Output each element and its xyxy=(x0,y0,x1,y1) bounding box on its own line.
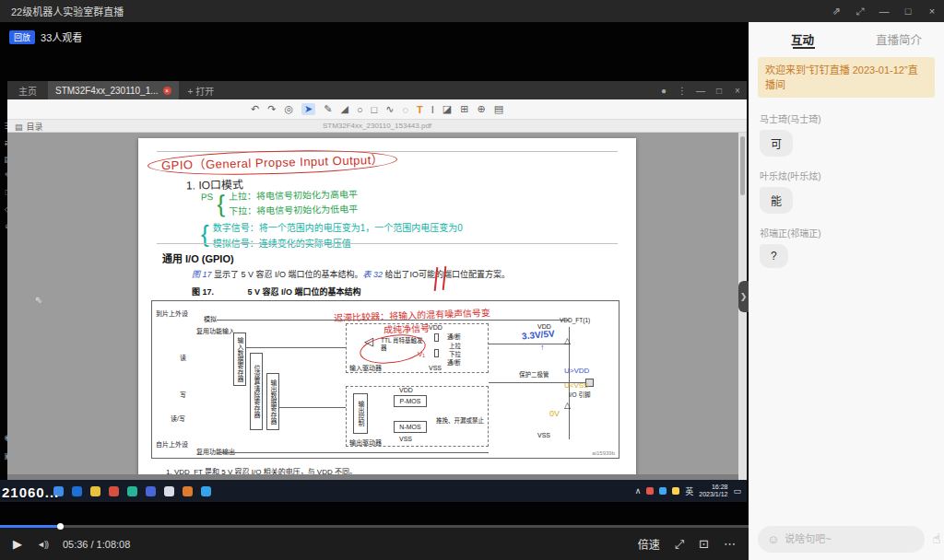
message-bubble: 能 xyxy=(760,187,793,214)
sender-name: 叶乐炫(叶乐炫) xyxy=(760,169,933,182)
blue-ink-note: U>VDD xyxy=(564,367,589,375)
tray-icon xyxy=(646,487,654,495)
pdf-tab-home: 主页 xyxy=(7,84,48,98)
diagram-label: 通/断 xyxy=(447,357,461,367)
diagram-label: 复用功能输出 xyxy=(196,447,235,456)
more-options-icon[interactable]: ⋯ xyxy=(724,537,736,551)
diagram-label: 推挽、开漏或禁止 xyxy=(436,417,486,425)
fullscreen-player-icon[interactable]: ⤢ xyxy=(675,537,684,552)
chat-message: 叶乐炫(叶乐炫) 能 xyxy=(760,169,933,214)
table-reference-link: 表 32 xyxy=(363,270,384,279)
green-prefix: PS xyxy=(201,190,214,219)
play-icon[interactable]: ▶ xyxy=(13,537,22,551)
emoji-icon[interactable]: ☺ xyxy=(767,532,779,546)
pmos-block: P-MOS xyxy=(394,395,427,407)
close-icon[interactable]: × xyxy=(920,6,944,17)
blue-arrow-mark: ↑ xyxy=(540,343,545,352)
active-tab-underline xyxy=(793,47,815,49)
pdf-tab-document: STM32F4xx_230110_1... × xyxy=(48,81,179,99)
figure-title: 5 V 容忍 I/O 端口位的基本结构 xyxy=(248,287,361,297)
grid-tool-icon: ⊞ xyxy=(460,103,468,115)
pdf-window-controls: ● ⋮ — □ × xyxy=(655,86,747,96)
section-rule xyxy=(157,243,618,244)
tab-interaction[interactable]: 互动 xyxy=(791,30,814,48)
scrollbar-thumb xyxy=(740,136,745,195)
highlighter-icon: ◢ xyxy=(340,103,348,115)
shared-taskbar: ∧ 英 16:28 2023/1/12 ▭ xyxy=(0,480,747,502)
taskbar-app-icon xyxy=(109,486,119,496)
input-language-indicator: 英 xyxy=(685,485,693,497)
pages-tool-icon: ▤ xyxy=(494,103,503,115)
window-title: 22级机器人实验室群直播 xyxy=(11,4,124,18)
green-line-2: 下拉：将电信号初始化为低电平 xyxy=(229,203,358,219)
wire-line xyxy=(489,344,569,344)
player-controls-row: ▶ ◄)) 05:36 / 1:08:08 倍速 ⤢ ⊡ ⋯ xyxy=(0,528,749,560)
diagram-label: VSS xyxy=(429,365,442,371)
like-icon[interactable]: ☝ xyxy=(932,531,940,547)
section-title: 通用 I/O (GPIO) xyxy=(162,251,234,265)
taskbar-app-icon xyxy=(146,486,156,496)
pdf-annotation-toolbar: ↶ ↷ ◎ ➤ ✎ ◢ ○ □ ∿ ◌ T I ◪ ⊞ ⊕ ▤ xyxy=(7,99,747,120)
volume-icon[interactable]: ◄)) xyxy=(37,540,48,549)
taskbar-app-icon xyxy=(72,486,82,496)
video-surface[interactable]: 回放 33人观看 ☰ ⇄ ▤ ✎ □ ◇ ⌀ ◉ ▣ 主页 xyxy=(0,22,749,525)
maximize-icon[interactable]: □ xyxy=(896,6,920,17)
diagram-label: 读 xyxy=(180,353,186,362)
shared-screen: ☰ ⇄ ▤ ✎ □ ◇ ⌀ ◉ ▣ 主页 STM32F4xx_230110_1.… xyxy=(0,81,747,502)
rect-tool-icon: □ xyxy=(372,104,378,115)
cyan-line-1: 数字信号：将一个范围内的电压变为1，一个范围内电压变为0 xyxy=(213,220,463,236)
replay-badge: 回放 xyxy=(9,30,35,44)
handwritten-green-note: PS { 上拉：将电信号初始化为高电平 下拉：将电信号初始化为低电平 xyxy=(201,188,359,220)
taskbar-date: 2023/1/12 xyxy=(699,491,727,498)
chat-input-pill[interactable]: ☺ xyxy=(758,526,925,553)
diagram-label: 输出驱动器 xyxy=(349,438,382,447)
lens-icon: ◎ xyxy=(284,103,293,115)
share-icon[interactable]: ⇗ xyxy=(824,6,848,18)
paragraph-text: 给出了IO可能的端口位配置方案。 xyxy=(383,270,510,279)
tray-icon xyxy=(659,487,667,495)
cursor-tool-icon: ➤ xyxy=(301,103,315,115)
chat-message-list: 马士琦(马士琦) 可 叶乐炫(叶乐炫) 能 祁瑞正(祁瑞正) ? xyxy=(749,98,944,518)
pdf-open-button: + 打开 xyxy=(179,84,224,98)
message-bubble: ? xyxy=(760,244,788,268)
chat-input-row: ☺ ☝ xyxy=(749,518,944,560)
pdf-tab-bar: 主页 STM32F4xx_230110_1... × + 打开 ● ⋮ — □ … xyxy=(7,81,747,99)
speed-button[interactable]: 倍速 xyxy=(638,536,660,552)
diagram-label: 保护二极管 xyxy=(519,369,549,379)
tab-live-intro[interactable]: 直播简介 xyxy=(876,30,922,48)
chat-tabs: 互动 直播简介 xyxy=(749,22,944,53)
sender-name: 马士琦(马士琦) xyxy=(760,111,933,125)
pdf-tab-label: STM32F4xx_230110_1... xyxy=(55,86,159,96)
diagram-label: VSS xyxy=(399,436,412,442)
wire-line xyxy=(245,347,346,348)
bit-set-reset-register: 位设置/清除寄存器 xyxy=(250,353,263,430)
taskbar-app-icon xyxy=(127,486,137,496)
menu-icon: ⋮ xyxy=(673,86,691,96)
pdf-page: GPIO（General Propse Input Output） 1. IO口… xyxy=(138,138,636,480)
input-data-register: 输入数据寄存器 xyxy=(233,332,246,386)
notification-icon: ▭ xyxy=(733,486,741,496)
pip-icon[interactable]: ⊡ xyxy=(699,537,709,551)
diagram-label: 自片上外设 xyxy=(156,439,188,449)
chat-input[interactable] xyxy=(785,533,915,544)
fullscreen-icon[interactable]: ⤢ xyxy=(848,6,872,18)
cyan-lines: 数字信号：将一个范围内的电压变为1，一个范围内电压变为0 模拟信号：连续变化的实… xyxy=(213,220,463,251)
taskbar-app-icon xyxy=(183,486,193,496)
wire-line xyxy=(279,407,346,408)
document-filename: STM32F4xx_230110_153443.pdf xyxy=(7,122,747,130)
minimize-icon[interactable]: — xyxy=(872,6,896,17)
panel-collapse-tab: ❯ xyxy=(738,281,749,312)
taskbar-app-icon xyxy=(164,486,174,496)
green-lines: 上拉：将电信号初始化为高电平 下拉：将电信号初始化为低电平 xyxy=(229,188,359,219)
figure-label: 图 17. xyxy=(192,287,214,297)
diagram-label: VDD_FT(1) xyxy=(560,317,590,323)
ellipse-tool-icon: ○ xyxy=(357,104,363,115)
chevron-right-icon: ❯ xyxy=(740,292,748,301)
nmos-block: N-MOS xyxy=(394,421,427,433)
chat-message: 祁瑞正(祁瑞正) ? xyxy=(760,226,933,268)
figure-id: ai15939b xyxy=(592,450,615,456)
diagram-label: VSS xyxy=(537,432,550,438)
diagram-label: VDD xyxy=(399,387,413,393)
red-ink-note: V₁ xyxy=(418,350,425,358)
figure-caption: 图 17. 5 V 容忍 I/O 端口位的基本结构 xyxy=(192,286,361,298)
